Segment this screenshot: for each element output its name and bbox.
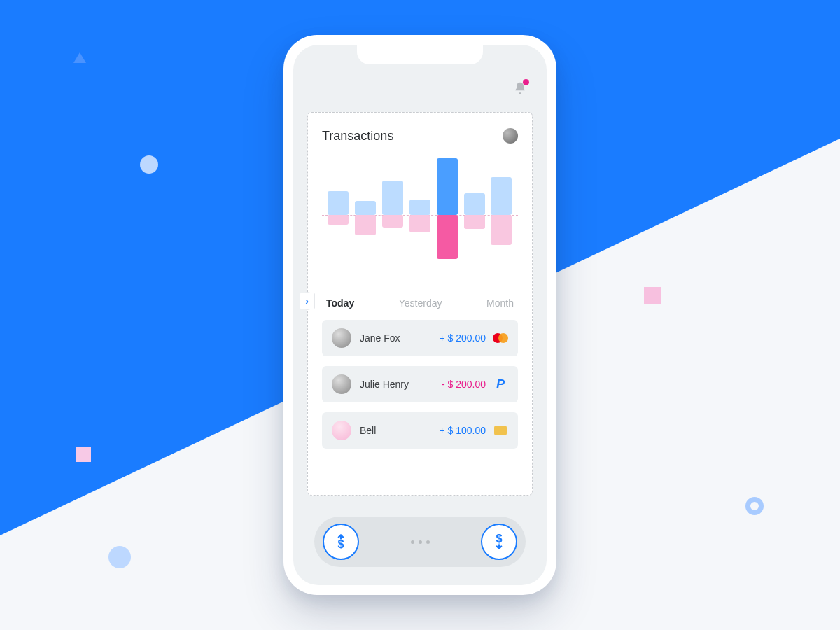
avatar <box>332 421 351 440</box>
bar-outgoing <box>382 215 403 227</box>
chart-bar[interactable] <box>491 152 512 278</box>
bar-outgoing <box>355 215 376 235</box>
chart-bar[interactable] <box>355 152 376 278</box>
card-title: Transactions <box>322 129 393 144</box>
dot-icon <box>419 540 422 544</box>
notification-dot-icon <box>523 79 529 85</box>
receive-money-button[interactable]: $ <box>481 524 517 560</box>
avatar <box>332 374 351 394</box>
dollar-down-icon: $ <box>490 533 508 551</box>
send-money-button[interactable]: $ <box>323 524 359 560</box>
svg-text:$: $ <box>496 533 502 545</box>
dot-icon <box>426 540 430 544</box>
bar-incoming <box>382 181 403 216</box>
avatar <box>332 328 351 348</box>
transaction-name: Bell <box>360 425 439 436</box>
transaction-name: Julie Henry <box>360 379 442 390</box>
phone-screen: Transactions › Today Yesterday Month Jan… <box>293 45 547 585</box>
bar-outgoing <box>491 215 512 245</box>
transaction-row[interactable]: Bell + $ 100.00 <box>322 412 518 449</box>
chart-bar[interactable] <box>464 152 485 278</box>
phone-notch <box>357 45 483 64</box>
transaction-amount: - $ 200.00 <box>442 379 486 390</box>
transaction-list: Jane Fox + $ 200.00 Julie Henry - $ 200.… <box>322 320 518 449</box>
paypal-icon: P <box>493 377 508 392</box>
bar-incoming <box>437 158 458 215</box>
chart-bar[interactable] <box>382 152 403 278</box>
chart-bar[interactable] <box>328 152 349 278</box>
notifications-button[interactable] <box>513 81 527 95</box>
chart-bar[interactable] <box>437 152 458 278</box>
transactions-card: Transactions › Today Yesterday Month Jan… <box>307 112 533 496</box>
decor-square-right <box>644 287 661 304</box>
decor-circle-top <box>140 155 158 174</box>
phone-frame: Transactions › Today Yesterday Month Jan… <box>284 35 556 595</box>
bar-outgoing <box>464 215 485 229</box>
bar-outgoing <box>437 215 458 259</box>
bar-incoming <box>355 201 376 215</box>
bottom-action-bar: $ $ <box>314 517 526 567</box>
bar-outgoing <box>410 215 430 232</box>
transaction-amount: + $ 200.00 <box>439 332 486 344</box>
bar-outgoing <box>328 215 349 225</box>
dot-icon <box>411 540 414 544</box>
transaction-row[interactable]: Julie Henry - $ 200.00 P <box>322 366 518 402</box>
bar-incoming <box>491 177 512 215</box>
chart-bar[interactable] <box>410 152 430 278</box>
tab-today[interactable]: Today <box>326 298 354 309</box>
transaction-name: Jane Fox <box>360 332 439 344</box>
transactions-chart[interactable] <box>322 152 518 278</box>
mastercard-icon <box>493 330 508 346</box>
tab-yesterday[interactable]: Yesterday <box>399 298 442 309</box>
dollar-up-icon: $ <box>332 533 350 551</box>
topbar <box>513 81 527 95</box>
decor-ring-right <box>746 497 764 515</box>
bar-incoming <box>464 193 485 216</box>
svg-text:$: $ <box>337 538 344 550</box>
decor-square-left <box>76 447 91 462</box>
transaction-row[interactable]: Jane Fox + $ 200.00 <box>322 320 518 356</box>
card-chip-icon <box>493 423 508 438</box>
card-expand-button[interactable]: › <box>300 292 315 310</box>
bar-incoming <box>328 191 349 215</box>
range-tabs: Today Yesterday Month <box>322 298 518 309</box>
bar-incoming <box>410 200 430 216</box>
profile-avatar[interactable] <box>503 128 518 144</box>
more-actions-button[interactable] <box>411 540 430 544</box>
chevron-right-icon: › <box>305 295 309 307</box>
card-header: Transactions <box>322 128 518 144</box>
decor-triangle <box>74 52 86 63</box>
decor-circle-bottom <box>108 546 131 568</box>
transaction-amount: + $ 100.00 <box>439 425 486 436</box>
tab-month[interactable]: Month <box>486 298 514 309</box>
